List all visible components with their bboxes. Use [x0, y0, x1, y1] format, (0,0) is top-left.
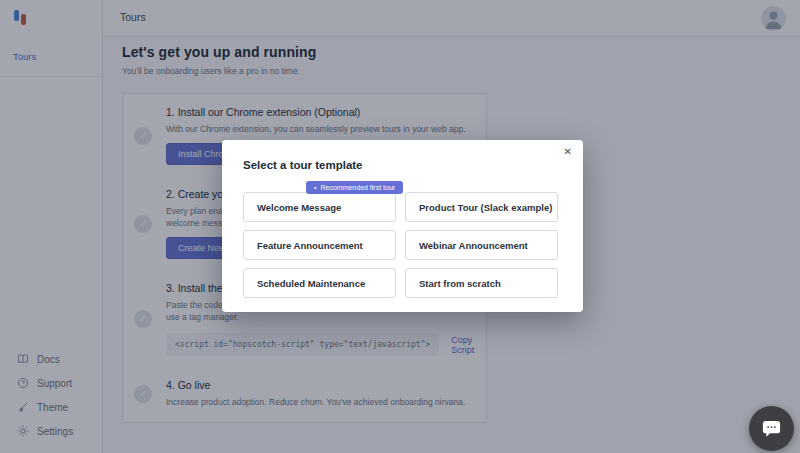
template-welcome-message[interactable]: Welcome Message [243, 192, 396, 222]
template-grid: Welcome Message Product Tour (Slack exam… [243, 192, 558, 298]
recommended-badge: • Recommended first tour [306, 181, 403, 194]
template-product-tour-slack[interactable]: Product Tour (Slack example) [405, 192, 558, 222]
template-webinar-announcement[interactable]: Webinar Announcement [405, 230, 558, 260]
badge-dot-icon: • [314, 184, 316, 191]
chat-bubble-icon [761, 419, 782, 439]
template-feature-announcement[interactable]: Feature Announcement [243, 230, 396, 260]
select-template-modal: ✕ Select a tour template • Recommended f… [222, 140, 583, 312]
template-start-from-scratch[interactable]: Start from scratch [405, 268, 558, 298]
close-icon[interactable]: ✕ [564, 147, 572, 157]
template-scheduled-maintenance[interactable]: Scheduled Maintenance [243, 268, 396, 298]
chat-launcher-button[interactable] [749, 406, 794, 451]
modal-title: Select a tour template [243, 159, 363, 171]
recommended-badge-label: Recommended first tour [320, 184, 395, 191]
